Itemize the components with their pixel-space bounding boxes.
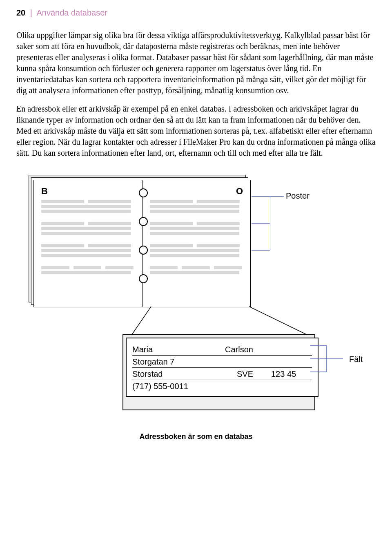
body-paragraph-1: Olika uppgifter lämpar sig olika bra för…	[16, 30, 376, 96]
list-item	[150, 200, 243, 213]
field-country: SVE	[237, 369, 265, 379]
section-title: Använda databaser	[36, 8, 107, 17]
field-street: Storgatan 7	[132, 357, 312, 367]
list-item	[150, 222, 243, 235]
binder-ring-icon	[139, 217, 148, 226]
binder-front: B	[33, 180, 251, 307]
list-item	[41, 200, 135, 213]
binder-right-page: O	[143, 180, 251, 307]
list-item	[150, 244, 243, 257]
binder-left-page: B	[34, 180, 143, 307]
svg-line-1	[249, 307, 310, 336]
list-item	[41, 244, 135, 257]
list-item	[150, 266, 243, 274]
tab-letter-right: O	[150, 186, 243, 197]
field-connector-icon	[310, 342, 392, 392]
field-postal: 123 45	[271, 369, 312, 379]
falt-label: Fält	[349, 355, 363, 364]
svg-line-0	[131, 307, 151, 336]
figure-caption: Adressboken är som en databas	[16, 432, 376, 441]
binder-ring-icon	[139, 246, 148, 255]
page-number: 20	[16, 8, 25, 17]
page-header: 20 | Använda databaser	[16, 8, 376, 18]
detail-card: Maria Carlson Storgatan 7 Storstad SVE 1…	[126, 338, 318, 397]
list-item	[41, 266, 135, 274]
addressbook-figure: B	[29, 175, 376, 322]
binder-ring-icon	[139, 188, 148, 197]
poster-label: Poster	[286, 191, 310, 201]
binder-ring-icon	[139, 274, 148, 283]
list-item	[41, 222, 135, 235]
tab-letter-left: B	[41, 186, 135, 197]
field-first-name: Maria	[132, 345, 219, 354]
detail-figure: Maria Carlson Storgatan 7 Storstad SVE 1…	[122, 334, 376, 424]
body-paragraph-2: En adressbok eller ett arkivskåp är exem…	[16, 103, 376, 159]
header-separator: |	[28, 8, 35, 17]
field-last-name: Carlson	[225, 345, 312, 354]
field-phone: (717) 555-0011	[132, 382, 312, 391]
field-city: Storstad	[132, 369, 231, 379]
